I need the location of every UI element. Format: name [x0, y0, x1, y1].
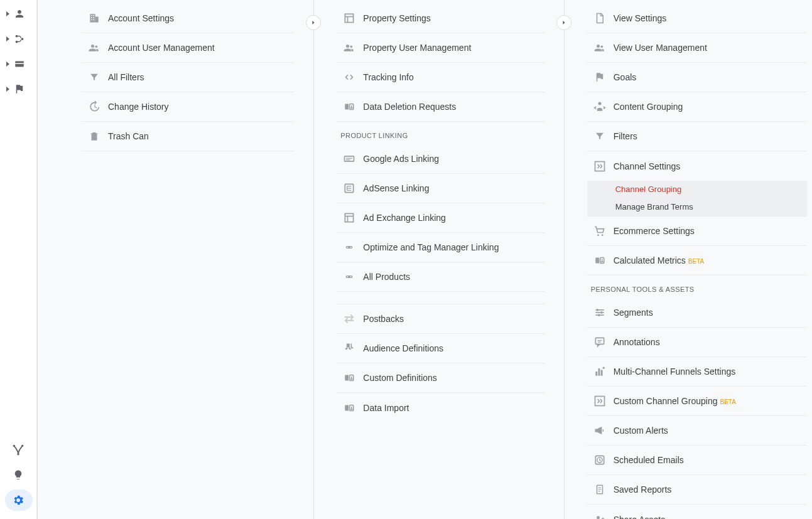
product-linking-header: PRODUCT LINKING: [337, 122, 544, 144]
annotations-label: Annotations: [614, 337, 660, 347]
rail-discover[interactable]: [0, 463, 37, 488]
page-icon: [594, 12, 605, 24]
dd-icon: [593, 255, 607, 266]
view-user-mgmt[interactable]: View User Management: [587, 33, 807, 63]
cart-icon: [593, 225, 606, 237]
rail-home[interactable]: [0, 1, 37, 26]
account-user-mgmt-label: Account User Management: [108, 43, 215, 53]
filters[interactable]: Filters: [587, 122, 807, 151]
multi-channel-funnels[interactable]: Multi-Channel Funnels Settings: [587, 357, 807, 387]
annotation-icon: [593, 336, 606, 348]
channel-settings[interactable]: Channel Settings: [587, 151, 807, 181]
person-icon: [14, 8, 25, 19]
property-user-mgmt[interactable]: Property User Management: [337, 33, 544, 63]
all-products[interactable]: All Products: [337, 262, 544, 292]
link-icon: [343, 272, 355, 282]
account-settings-label: Account Settings: [108, 13, 174, 23]
card-icon: [14, 58, 25, 70]
data-deletion-label: Data Deletion Requests: [363, 102, 456, 112]
optimize-tag-linking[interactable]: Optimize and Tag Manager Linking: [337, 233, 544, 262]
custom-alerts[interactable]: Custom Alerts: [587, 416, 807, 446]
view-column: View Settings View User Management Goals…: [565, 0, 812, 519]
postbacks[interactable]: Postbacks: [337, 304, 544, 334]
rail-attribution[interactable]: [0, 437, 37, 463]
code-icon: [343, 71, 355, 83]
dd-icon: [342, 402, 356, 414]
ecommerce-settings-label: Ecommerce Settings: [614, 226, 695, 236]
adsense-linking[interactable]: AdSense Linking: [337, 174, 544, 203]
view-user-mgmt-label: View User Management: [614, 43, 707, 53]
trash-can-label: Trash Can: [108, 131, 149, 141]
rail-conversions[interactable]: [0, 51, 37, 77]
personal-tools-header: PERSONAL TOOLS & ASSETS: [587, 276, 807, 298]
filters-label: Filters: [614, 131, 637, 141]
left-rail: [0, 0, 37, 519]
share-assets[interactable]: Share Assets: [587, 505, 807, 519]
dd-icon: [342, 101, 356, 112]
clock-icon: [593, 454, 606, 466]
channel-grouping[interactable]: Channel Grouping: [587, 181, 807, 198]
rail-behavior[interactable]: [0, 26, 37, 51]
google-ads-linking[interactable]: Google Ads Linking: [337, 144, 544, 174]
admin-panel: Account Settings Account User Management…: [37, 0, 812, 519]
channel-icon: [593, 395, 606, 407]
custom-definitions[interactable]: Custom Definitions: [337, 363, 544, 393]
custom-channel-grouping[interactable]: Custom Channel GroupingBETA: [587, 387, 807, 416]
property-settings[interactable]: Property Settings: [337, 4, 544, 33]
scheduled-emails-label: Scheduled Emails: [614, 455, 684, 465]
all-filters[interactable]: All Filters: [82, 63, 295, 92]
account-settings[interactable]: Account Settings: [82, 4, 295, 33]
audience-definitions-label: Audience Definitions: [363, 343, 443, 353]
property-settings-label: Property Settings: [363, 13, 430, 23]
account-user-mgmt[interactable]: Account User Management: [82, 33, 295, 63]
flag-icon: [14, 83, 25, 95]
postbacks-icon: [342, 312, 356, 326]
channel-icon: [593, 160, 606, 173]
attribution-icon: [12, 444, 24, 456]
custom-alerts-label: Custom Alerts: [614, 425, 668, 436]
trash-icon: [89, 131, 100, 142]
goals[interactable]: Goals: [587, 63, 807, 92]
rail-flag[interactable]: [0, 77, 37, 102]
ecommerce-settings[interactable]: Ecommerce Settings: [587, 217, 807, 246]
saved-reports[interactable]: Saved Reports: [587, 475, 807, 505]
view-settings[interactable]: View Settings: [587, 4, 807, 33]
building-icon: [88, 12, 100, 24]
audience-icon: [343, 342, 355, 355]
annotations[interactable]: Annotations: [587, 328, 807, 357]
audience-definitions[interactable]: Audience Definitions: [337, 334, 544, 363]
share-assets-label: Share Assets: [614, 515, 666, 519]
history-icon: [88, 100, 100, 113]
trash-can[interactable]: Trash Can: [82, 122, 295, 151]
channel-settings-label: Channel Settings: [614, 161, 681, 171]
google-ads-linking-label: Google Ads Linking: [363, 154, 439, 164]
content-grouping[interactable]: Content Grouping: [587, 92, 807, 122]
rail-admin[interactable]: [0, 488, 37, 513]
change-history[interactable]: Change History: [82, 92, 295, 122]
change-history-label: Change History: [108, 102, 169, 112]
custom-channel-grouping-label: Custom Channel GroupingBETA: [614, 396, 736, 406]
data-import[interactable]: Data Import: [337, 393, 544, 422]
optimize-tag-linking-label: Optimize and Tag Manager Linking: [363, 242, 499, 252]
property-user-mgmt-label: Property User Management: [363, 43, 471, 53]
link-icon: [343, 242, 355, 252]
account-column: Account Settings Account User Management…: [38, 0, 313, 519]
data-deletion-requests[interactable]: Data Deletion Requests: [337, 92, 544, 122]
manage-brand-terms[interactable]: Manage Brand Terms: [587, 198, 807, 216]
goals-label: Goals: [614, 72, 637, 82]
saved-reports-label: Saved Reports: [614, 484, 672, 495]
calculated-metrics-label: Calculated MetricsBETA: [614, 255, 705, 265]
scheduled-emails[interactable]: Scheduled Emails: [587, 446, 807, 475]
doc-icon: [594, 483, 605, 496]
all-products-label: All Products: [363, 272, 410, 282]
dd-icon: [342, 372, 356, 383]
calculated-metrics[interactable]: Calculated MetricsBETA: [587, 246, 807, 276]
layout-icon: [343, 211, 355, 224]
adsense-icon: [343, 182, 355, 195]
segments[interactable]: Segments: [587, 298, 807, 328]
merge-icon: [14, 33, 25, 45]
tracking-info[interactable]: Tracking Info: [337, 63, 544, 92]
view-settings-label: View Settings: [614, 13, 667, 23]
adsense-linking-label: AdSense Linking: [363, 183, 429, 193]
ad-exchange-linking[interactable]: Ad Exchange Linking: [337, 203, 544, 233]
